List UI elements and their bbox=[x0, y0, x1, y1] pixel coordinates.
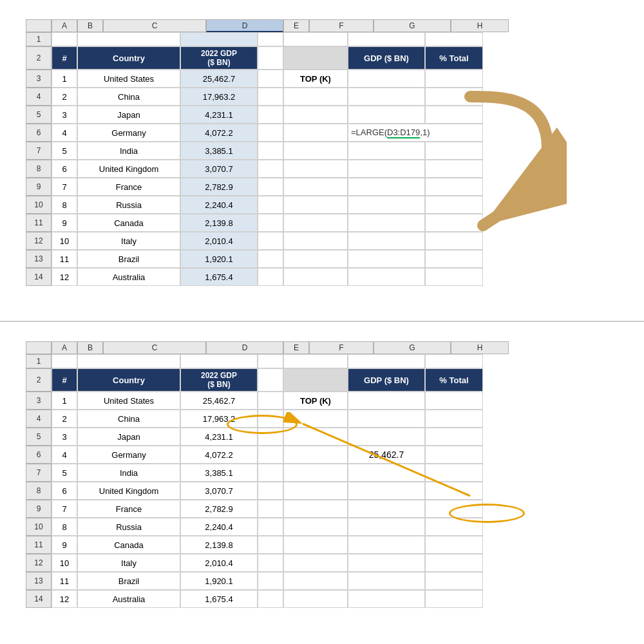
col-e-top: E bbox=[283, 19, 309, 32]
col-a-top: A bbox=[52, 19, 77, 32]
row-4-top: 4 2 China 17,963.2 bbox=[26, 88, 644, 106]
row-6-top: 6 4 Germany 4,072.2 =LARGE(D3:D179,1) bbox=[26, 124, 644, 142]
row-8-top: 8 6 United Kingdom 3,070.7 bbox=[26, 160, 644, 178]
row-8-bot: 8 6 United Kingdom 3,070.7 bbox=[26, 482, 644, 500]
row-14-bot: 14 12 Australia 1,675.4 bbox=[26, 590, 644, 608]
row-2-bot: 2 # Country 2022 GDP($ BN) GDP ($ BN) % … bbox=[26, 368, 644, 392]
formula-cell-top: =LARGE(D3:D179,1) bbox=[348, 124, 483, 142]
formula-text-top: =LARGE(D3:D179,1) bbox=[351, 128, 430, 138]
row-3-top: 3 1 United States 25,462.7 TOP (K) bbox=[26, 70, 644, 88]
row-10-bot: 10 8 Russia 2,240.4 bbox=[26, 518, 644, 536]
cell-f2-top bbox=[283, 46, 348, 70]
cell-f1-top bbox=[283, 32, 348, 46]
corner-bot bbox=[26, 341, 52, 354]
cell-c2-top: Country bbox=[77, 46, 180, 70]
col-f-top: F bbox=[309, 19, 374, 32]
cell-d1-top bbox=[180, 32, 258, 46]
cell-b1-top bbox=[52, 32, 77, 46]
col-e-bot: E bbox=[283, 341, 309, 354]
row-1-top: 1 bbox=[26, 32, 644, 46]
cell-h1-top bbox=[425, 32, 483, 46]
row-2-top: 2 # Country 2022 GDP($ BN) GDP ($ BN) % … bbox=[26, 46, 644, 70]
col-c-bot: C bbox=[103, 341, 206, 354]
row-14-top: 14 12 Australia 1,675.4 bbox=[26, 268, 644, 286]
top-section: A B C D E F G H 1 2 # Country 2022 GDP($… bbox=[0, 6, 644, 286]
row-1-bot: 1 bbox=[26, 354, 644, 368]
row-7-top: 7 5 India 3,385.1 bbox=[26, 142, 644, 160]
top-grid: A B C D E F G H 1 2 # Country 2022 GDP($… bbox=[0, 6, 644, 286]
col-g-top: G bbox=[374, 19, 451, 32]
col-b-bot: B bbox=[77, 341, 103, 354]
row-13-bot: 13 11 Brazil 1,920.1 bbox=[26, 572, 644, 590]
col-h-top: H bbox=[451, 19, 509, 32]
row-7-bot: 7 5 India 3,385.1 bbox=[26, 464, 644, 482]
row-12-top: 12 10 Italy 2,010.4 bbox=[26, 232, 644, 250]
col-d-top: D bbox=[206, 19, 283, 32]
col-d-bot: D bbox=[206, 341, 283, 354]
cell-e2-top bbox=[258, 46, 283, 70]
col-b-top: B bbox=[77, 19, 103, 32]
top-k-label-bot: TOP (K) bbox=[283, 392, 348, 410]
row-13-top: 13 11 Brazil 1,920.1 bbox=[26, 250, 644, 268]
top-k-label-top: TOP (K) bbox=[283, 70, 348, 88]
result-cell-bot: 25,462.7 bbox=[348, 446, 425, 464]
bottom-grid: A B C D E F G H 1 2 # Country 2022 GDP($… bbox=[0, 328, 644, 608]
cell-g1-top bbox=[348, 32, 425, 46]
col-h-bot: H bbox=[451, 341, 509, 354]
row-9-bot: 9 7 France 2,782.9 bbox=[26, 500, 644, 518]
col-header-row-top: A B C D E F G H bbox=[26, 19, 644, 32]
row-5-top: 5 3 Japan 4,231.1 bbox=[26, 106, 644, 124]
col-header-row-bot: A B C D E F G H bbox=[26, 341, 644, 354]
rh-2-top: 2 bbox=[26, 46, 52, 70]
row-9-top: 9 7 France 2,782.9 bbox=[26, 178, 644, 196]
cell-d2-top: 2022 GDP($ BN) bbox=[180, 46, 258, 70]
row-10-top: 10 8 Russia 2,240.4 bbox=[26, 196, 644, 214]
cell-g2-top: GDP ($ BN) bbox=[348, 46, 425, 70]
corner-top bbox=[26, 19, 52, 32]
cell-d3-bot: 25,462.7 bbox=[180, 392, 258, 410]
row-11-bot: 11 9 Canada 2,139.8 bbox=[26, 536, 644, 554]
rh-1-top: 1 bbox=[26, 32, 52, 46]
section-divider bbox=[0, 321, 644, 322]
col-a-bot: A bbox=[52, 341, 77, 354]
cell-b2-top: # bbox=[52, 46, 77, 70]
bottom-section: A B C D E F G H 1 2 # Country 2022 GDP($… bbox=[0, 328, 644, 608]
row-5-bot: 5 3 Japan 4,231.1 bbox=[26, 428, 644, 446]
cell-c1-top bbox=[77, 32, 180, 46]
col-f-bot: F bbox=[309, 341, 374, 354]
cell-e1-top bbox=[258, 32, 283, 46]
col-c-top: C bbox=[103, 19, 206, 32]
row-11-top: 11 9 Canada 2,139.8 bbox=[26, 214, 644, 232]
cell-h2-top: % Total bbox=[425, 46, 483, 70]
col-g-bot: G bbox=[374, 341, 451, 354]
row-4-bot: 4 2 China 17,963.2 bbox=[26, 410, 644, 428]
row-6-bot: 6 4 Germany 4,072.2 25,462.7 bbox=[26, 446, 644, 464]
row-3-bot: 3 1 United States 25,462.7 TOP (K) bbox=[26, 392, 644, 410]
row-12-bot: 12 10 Italy 2,010.4 bbox=[26, 554, 644, 572]
